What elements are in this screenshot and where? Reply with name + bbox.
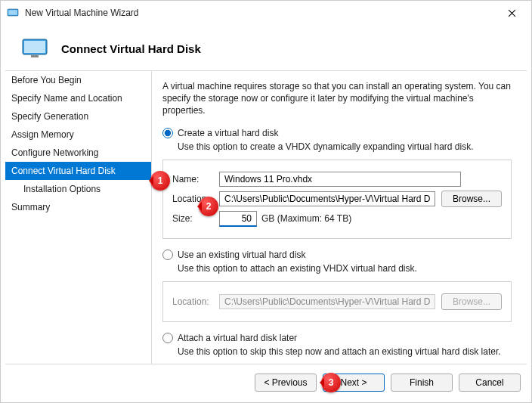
nav-configure-networking[interactable]: Configure Networking	[5, 144, 151, 162]
size-label: Size:	[172, 213, 219, 224]
next-button[interactable]: Next >	[323, 374, 385, 392]
use-existing-desc: Use this option to attach an existing VH…	[178, 263, 512, 274]
radio-create-vhd[interactable]	[162, 128, 173, 138]
vhd-location-input[interactable]	[219, 191, 435, 206]
name-label: Name:	[172, 174, 219, 184]
browse-button[interactable]: Browse...	[441, 191, 502, 207]
close-icon	[508, 9, 516, 17]
vhd-name-input[interactable]	[219, 172, 461, 187]
nav-installation-options[interactable]: Installation Options	[5, 180, 151, 198]
radio-use-existing[interactable]	[162, 250, 173, 260]
size-unit: GB (Maximum: 64 TB)	[261, 213, 351, 224]
nav-connect-vhd[interactable]: Connect Virtual Hard Disk	[5, 162, 151, 180]
previous-button[interactable]: < Previous	[255, 374, 317, 392]
sidebar: Before You Begin Specify Name and Locati…	[5, 70, 152, 364]
window-title: New Virtual Machine Wizard	[25, 8, 498, 18]
location-label: Location:	[172, 194, 219, 204]
monitor-icon	[22, 39, 48, 58]
exist-browse-button: Browse...	[441, 293, 502, 310]
footer: < Previous Next > Finish Cancel	[1, 364, 531, 402]
radio-use-existing-label[interactable]: Use an existing virtual hard disk	[178, 250, 305, 260]
titlebar: New Virtual Machine Wizard	[1, 1, 531, 25]
finish-button[interactable]: Finish	[391, 374, 453, 392]
nav-summary[interactable]: Summary	[5, 198, 151, 216]
vhd-size-input[interactable]	[219, 211, 257, 227]
content-panel: A virtual machine requires storage so th…	[152, 70, 527, 364]
use-existing-fields: Location: Browse...	[162, 281, 512, 322]
exist-location-label: Location:	[172, 296, 219, 307]
svg-rect-4	[31, 55, 39, 57]
nav-specify-generation[interactable]: Specify Generation	[5, 107, 151, 126]
nav-specify-name-location[interactable]: Specify Name and Location	[5, 89, 151, 107]
create-vhd-desc: Use this option to create a VHDX dynamic…	[178, 141, 512, 152]
radio-attach-later-label[interactable]: Attach a virtual hard disk later	[178, 333, 297, 343]
radio-attach-later[interactable]	[162, 333, 173, 343]
attach-later-desc: Use this option to skip this step now an…	[178, 346, 512, 357]
close-button[interactable]	[498, 2, 525, 23]
exist-location-input	[219, 294, 435, 309]
nav-assign-memory[interactable]: Assign Memory	[5, 126, 151, 144]
create-vhd-fields: Name: Location: Browse... Size: GB (Maxi…	[162, 160, 512, 239]
svg-rect-3	[24, 41, 45, 53]
nav-before-you-begin[interactable]: Before You Begin	[5, 71, 151, 89]
svg-rect-1	[8, 10, 17, 15]
page-title: Connect Virtual Hard Disk	[61, 42, 201, 55]
app-icon	[7, 7, 19, 19]
page-header: Connect Virtual Hard Disk	[1, 25, 531, 70]
cancel-button[interactable]: Cancel	[459, 374, 521, 392]
radio-create-vhd-label[interactable]: Create a virtual hard disk	[178, 128, 278, 138]
wizard-window: New Virtual Machine Wizard Connect Virtu…	[0, 0, 532, 403]
intro-text: A virtual machine requires storage so th…	[162, 80, 512, 117]
